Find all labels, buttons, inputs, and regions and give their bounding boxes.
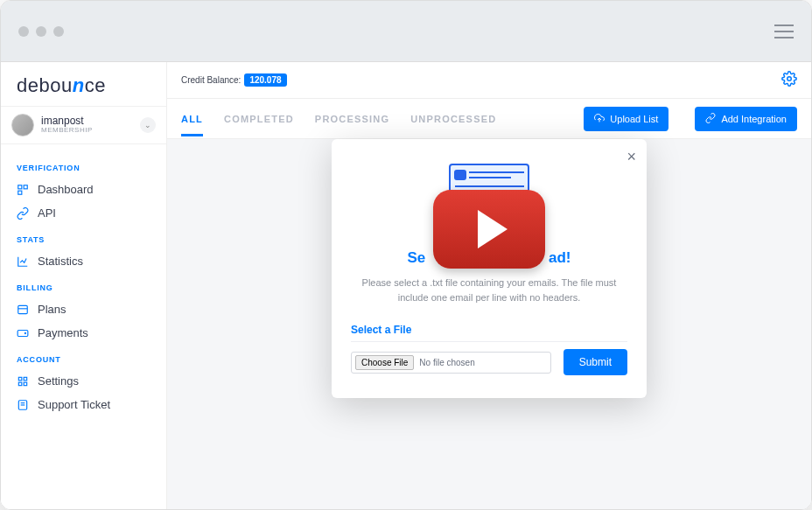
- sidebar-item-label: Settings: [38, 374, 79, 388]
- content-area: debounce imanpost MEMBERSHIP ⌄ VERIFICAT…: [1, 62, 811, 509]
- wallet-icon: [17, 327, 29, 339]
- play-button-icon[interactable]: [433, 190, 545, 269]
- file-input[interactable]: Choose File No file chosen: [351, 352, 551, 374]
- dashboard-icon: [17, 184, 29, 196]
- avatar: [11, 114, 34, 136]
- hamburger-menu-icon[interactable]: [774, 24, 794, 38]
- main-canvas: ×: [167, 139, 811, 509]
- sidebar-item-settings[interactable]: Settings: [1, 369, 166, 393]
- tab-processing[interactable]: PROCESSING: [315, 101, 389, 136]
- upload-list-button[interactable]: Upload List: [584, 107, 668, 131]
- sidebar-item-payments[interactable]: Payments: [1, 321, 166, 345]
- user-info: imanpost MEMBERSHIP: [41, 115, 133, 135]
- sidebar-item-label: Statistics: [38, 255, 83, 268]
- brand-logo: debounce: [1, 62, 166, 106]
- user-menu[interactable]: imanpost MEMBERSHIP ⌄: [1, 106, 166, 144]
- select-file-label: Select a File: [351, 324, 627, 342]
- file-input-row: Choose File No file chosen Submit: [351, 349, 627, 375]
- gear-icon[interactable]: [781, 71, 797, 90]
- section-billing: BILLING: [1, 273, 166, 297]
- traffic-dot: [18, 26, 29, 37]
- submit-button[interactable]: Submit: [564, 349, 627, 375]
- credit-label: Credit Balance:: [181, 75, 241, 85]
- sidebar-item-statistics[interactable]: Statistics: [1, 249, 166, 273]
- svg-rect-7: [18, 377, 22, 381]
- sidebar-nav: VERIFICATION Dashboard API STATS Statist…: [1, 144, 166, 425]
- svg-point-14: [788, 76, 792, 80]
- api-icon: [17, 207, 29, 220]
- sidebar-item-api[interactable]: API: [1, 201, 166, 225]
- modal-title-prefix: Se: [407, 249, 425, 266]
- svg-rect-0: [18, 185, 22, 188]
- user-role: MEMBERSHIP: [41, 127, 133, 135]
- app-window: debounce imanpost MEMBERSHIP ⌄ VERIFICAT…: [0, 0, 812, 510]
- settings-icon: [17, 375, 29, 388]
- choose-file-button[interactable]: Choose File: [355, 355, 414, 370]
- ticket-icon: [17, 399, 29, 411]
- sidebar-item-dashboard[interactable]: Dashboard: [1, 178, 166, 201]
- svg-point-6: [24, 332, 25, 333]
- cloud-upload-icon: [594, 113, 605, 125]
- traffic-lights: [18, 26, 64, 37]
- main-panel: Credit Balance: 120.078 ALL COMPLETED PR…: [167, 62, 811, 509]
- section-verification: VERIFICATION: [1, 153, 166, 178]
- sidebar-item-label: Plans: [38, 303, 66, 316]
- sidebar-item-support[interactable]: Support Ticket: [1, 393, 166, 416]
- button-label: Upload List: [610, 114, 658, 124]
- section-stats: STATS: [1, 225, 166, 249]
- close-icon[interactable]: ×: [626, 148, 636, 166]
- sidebar: debounce imanpost MEMBERSHIP ⌄ VERIFICAT…: [1, 62, 167, 509]
- svg-rect-16: [455, 171, 466, 179]
- window-titlebar: [1, 1, 811, 62]
- brand-text: debou: [17, 74, 73, 96]
- sidebar-item-label: API: [38, 206, 56, 220]
- tabs-row: ALL COMPLETED PROCESSING UNPROCESSED Upl…: [167, 99, 811, 139]
- sidebar-item-plans[interactable]: Plans: [1, 297, 166, 321]
- sidebar-item-label: Support Ticket: [38, 398, 110, 411]
- modal-title-suffix: ad!: [549, 249, 571, 266]
- tab-all[interactable]: ALL: [181, 101, 203, 136]
- tab-completed[interactable]: COMPLETED: [224, 101, 294, 136]
- svg-rect-10: [24, 382, 27, 386]
- traffic-dot: [53, 26, 64, 37]
- brand-text: ce: [85, 74, 106, 96]
- plans-icon: [17, 304, 29, 316]
- section-account: ACCOUNT: [1, 345, 166, 369]
- tab-unprocessed[interactable]: UNPROCESSED: [410, 101, 496, 136]
- chevron-down-icon[interactable]: ⌄: [140, 117, 156, 133]
- sidebar-item-label: Payments: [38, 326, 88, 339]
- link-icon: [705, 113, 716, 125]
- button-label: Add Integration: [721, 114, 787, 124]
- chart-icon: [17, 255, 29, 268]
- svg-rect-8: [24, 377, 27, 381]
- svg-rect-3: [18, 305, 28, 313]
- credit-value-badge: 120.078: [244, 73, 286, 87]
- modal-description: Please select a .txt file containing you…: [351, 276, 627, 304]
- brand-accent: n: [73, 74, 85, 96]
- upload-modal: ×: [332, 139, 647, 398]
- topbar: Credit Balance: 120.078: [167, 62, 811, 99]
- credit-balance: Credit Balance: 120.078: [181, 73, 287, 87]
- add-integration-button[interactable]: Add Integration: [695, 107, 797, 131]
- svg-rect-1: [24, 185, 27, 188]
- svg-rect-9: [18, 382, 22, 386]
- svg-rect-2: [18, 191, 22, 194]
- traffic-dot: [36, 26, 46, 37]
- file-status: No file chosen: [419, 358, 474, 367]
- sidebar-item-label: Dashboard: [38, 183, 94, 196]
